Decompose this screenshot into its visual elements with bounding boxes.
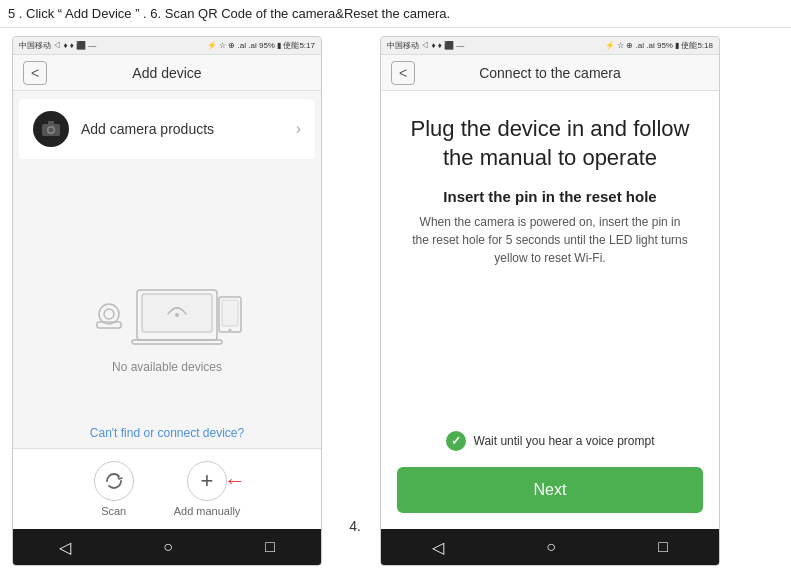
left-status-right: ⚡ ☆ ⊕ .al .al 95% ▮ 使能5:17	[207, 40, 315, 51]
left-status-bar: 中国移动 ◁ ♦ ♦ ⬛ — ⚡ ☆ ⊕ .al .al 95% ▮ 使能5:1…	[13, 37, 321, 55]
svg-rect-3	[48, 121, 54, 125]
recents-nav-icon[interactable]: □	[265, 538, 275, 556]
next-button[interactable]: Next	[397, 467, 703, 513]
right-nav-title: Connect to the camera	[415, 65, 685, 81]
svg-point-4	[99, 304, 119, 324]
right-status-left: 中国移动 ◁ ♦ ♦ ⬛ —	[387, 40, 464, 51]
right-back-nav-icon[interactable]: ◁	[432, 538, 444, 557]
right-recents-nav-icon[interactable]: □	[658, 538, 668, 556]
voice-prompt-row: ✓ Wait until you hear a voice prompt	[381, 431, 719, 451]
svg-rect-6	[97, 322, 121, 328]
devices-svg	[87, 262, 247, 352]
device-illustration: No available devices	[13, 205, 321, 418]
add-manually-label: Add manually	[174, 505, 241, 517]
instruction-text: 5 . Click “ Add Device ” . 6. Scan QR Co…	[8, 6, 450, 21]
chevron-right-icon: ›	[296, 120, 301, 138]
right-bottom-bar: ◁ ○ □	[381, 529, 719, 565]
right-nav-bar: < Connect to the camera	[381, 55, 719, 91]
left-nav-bar: < Add device	[13, 55, 321, 91]
left-status-left: 中国移动 ◁ ♦ ♦ ⬛ —	[19, 40, 96, 51]
scan-icon-circle	[94, 461, 134, 501]
cant-find-link[interactable]: Can't find or connect device?	[13, 426, 321, 440]
top-instruction: 5 . Click “ Add Device ” . 6. Scan QR Co…	[0, 0, 791, 28]
reset-subtitle: Insert the pin in the reset hole	[381, 188, 719, 213]
svg-point-5	[104, 309, 114, 319]
right-status-right: ⚡ ☆ ⊕ .al .al 95% ▮ 使能5:18	[605, 40, 713, 51]
right-phone-screen: 中国移动 ◁ ♦ ♦ ⬛ — ⚡ ☆ ⊕ .al .al 95% ▮ 使能5:1…	[380, 36, 720, 566]
svg-point-9	[175, 313, 179, 317]
back-nav-icon[interactable]: ◁	[59, 538, 71, 557]
svg-rect-12	[222, 300, 238, 326]
add-camera-label: Add camera products	[81, 121, 296, 137]
check-circle-icon: ✓	[446, 431, 466, 451]
scan-label: Scan	[101, 505, 126, 517]
camera-svg	[40, 120, 62, 138]
svg-point-2	[49, 128, 54, 133]
left-phone-screen: 中国移动 ◁ ♦ ♦ ⬛ — ⚡ ☆ ⊕ .al .al 95% ▮ 使能5:1…	[12, 36, 322, 566]
right-status-bar: 中国移动 ◁ ♦ ♦ ⬛ — ⚡ ☆ ⊕ .al .al 95% ▮ 使能5:1…	[381, 37, 719, 55]
svg-point-13	[229, 328, 232, 331]
voice-prompt-text: Wait until you hear a voice prompt	[474, 434, 655, 448]
add-camera-row[interactable]: Add camera products ›	[19, 99, 315, 159]
checkmark-icon: ✓	[451, 434, 461, 448]
right-back-button[interactable]: <	[391, 61, 415, 85]
reset-description: When the camera is powered on, insert th…	[381, 213, 719, 287]
add-manually-icon-circle: + ←	[187, 461, 227, 501]
add-manually-action[interactable]: + ← Add manually	[174, 461, 241, 517]
left-bottom-bar: ◁ ○ □	[13, 529, 321, 565]
content-area: 中国移动 ◁ ♦ ♦ ⬛ — ⚡ ☆ ⊕ .al .al 95% ▮ 使能5:1…	[0, 28, 791, 574]
flex-spacer	[381, 287, 719, 423]
red-arrow-icon: ←	[224, 468, 246, 494]
left-back-button[interactable]: <	[23, 61, 47, 85]
connect-heading: Plug the device in and follow the manual…	[381, 91, 719, 188]
empty-separator	[19, 171, 315, 201]
no-devices-text: No available devices	[112, 360, 222, 374]
middle-step-label: 4.	[330, 28, 380, 574]
bottom-actions: Scan + ← Add manually	[13, 448, 321, 529]
step-number: 4.	[349, 518, 361, 534]
scan-action[interactable]: Scan	[94, 461, 134, 517]
right-home-nav-icon[interactable]: ○	[546, 538, 556, 556]
camera-icon	[33, 111, 69, 147]
left-nav-title: Add device	[47, 65, 287, 81]
scan-icon	[104, 471, 124, 491]
home-nav-icon[interactable]: ○	[163, 538, 173, 556]
svg-rect-10	[132, 340, 222, 344]
plus-icon: +	[201, 468, 214, 494]
